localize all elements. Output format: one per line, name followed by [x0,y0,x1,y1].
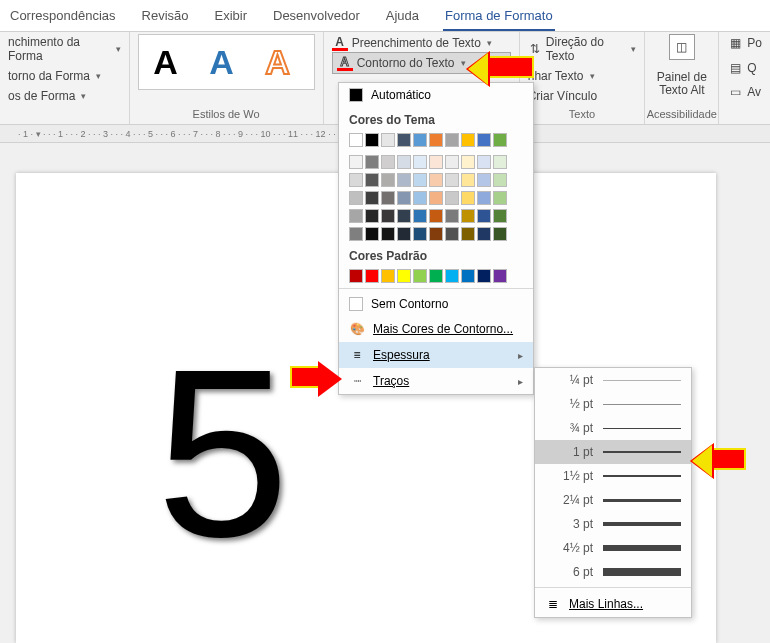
shape-effects-button[interactable]: os de Forma▾ [8,88,121,104]
more-outline-colors-item[interactable]: 🎨 Mais Cores de Contorno... [339,316,533,342]
color-swatch[interactable] [397,155,411,169]
color-swatch[interactable] [493,191,507,205]
color-swatch[interactable] [397,209,411,223]
color-swatch[interactable] [429,269,443,283]
color-swatch[interactable] [429,191,443,205]
dashes-item[interactable]: ┈ Traços ▸ [339,368,533,394]
color-swatch[interactable] [413,191,427,205]
tab-shape-format[interactable]: Forma de Formato [443,4,555,31]
weight-1pt[interactable]: 1 pt [535,440,691,464]
color-swatch[interactable] [397,227,411,241]
color-swatch[interactable] [381,173,395,187]
wrap-button[interactable]: ▤Q [727,59,762,77]
color-swatch[interactable] [349,227,363,241]
color-swatch[interactable] [413,269,427,283]
color-swatch[interactable] [461,227,475,241]
weight-05pt[interactable]: ½ pt [535,392,691,416]
weight-025pt[interactable]: ¼ pt [535,368,691,392]
color-swatch[interactable] [477,227,491,241]
color-swatch[interactable] [365,227,379,241]
color-swatch[interactable] [493,173,507,187]
color-swatch[interactable] [493,155,507,169]
color-swatch[interactable] [381,269,395,283]
color-swatch[interactable] [365,173,379,187]
color-swatch[interactable] [365,133,379,147]
color-swatch[interactable] [461,209,475,223]
color-swatch[interactable] [381,227,395,241]
wordart-gallery[interactable]: A A A [138,34,315,90]
weight-6pt[interactable]: 6 pt [535,560,691,584]
color-swatch[interactable] [381,191,395,205]
color-swatch[interactable] [493,133,507,147]
weight-225pt[interactable]: 2¼ pt [535,488,691,512]
position-button[interactable]: ▦Po [727,34,762,52]
color-swatch[interactable] [445,209,459,223]
color-swatch[interactable] [461,155,475,169]
color-swatch[interactable] [413,173,427,187]
color-swatch[interactable] [445,173,459,187]
color-swatch[interactable] [429,173,443,187]
color-swatch[interactable] [445,133,459,147]
color-swatch[interactable] [397,269,411,283]
color-swatch[interactable] [493,269,507,283]
color-swatch[interactable] [413,155,427,169]
color-swatch[interactable] [397,133,411,147]
weight-3pt[interactable]: 3 pt [535,512,691,536]
color-swatch[interactable] [429,227,443,241]
color-swatch[interactable] [477,133,491,147]
color-swatch[interactable] [477,173,491,187]
weight-45pt[interactable]: 4½ pt [535,536,691,560]
align-text-button[interactable]: nhar Texto▾ [528,68,637,84]
more-lines-item[interactable]: ≣ Mais Linhas... [535,591,691,617]
tab-review[interactable]: Revisão [140,4,191,31]
color-swatch[interactable] [445,227,459,241]
color-swatch[interactable] [349,269,363,283]
wordart-style-1[interactable]: A [143,39,189,85]
color-swatch[interactable] [461,269,475,283]
color-swatch[interactable] [349,155,363,169]
no-outline-item[interactable]: Sem Contorno [339,292,533,316]
color-swatch[interactable] [461,173,475,187]
color-swatch[interactable] [445,155,459,169]
color-swatch[interactable] [477,209,491,223]
color-swatch[interactable] [445,269,459,283]
color-swatch[interactable] [413,227,427,241]
color-swatch[interactable] [381,133,395,147]
tab-developer[interactable]: Desenvolvedor [271,4,362,31]
color-swatch[interactable] [365,209,379,223]
color-swatch[interactable] [493,209,507,223]
color-swatch[interactable] [429,209,443,223]
color-swatch[interactable] [365,155,379,169]
tab-view[interactable]: Exibir [212,4,249,31]
wordart-style-3[interactable]: A [255,39,301,85]
color-swatch[interactable] [349,173,363,187]
tab-mailings[interactable]: Correspondências [8,4,118,31]
color-swatch[interactable] [461,191,475,205]
color-swatch[interactable] [365,269,379,283]
color-swatch[interactable] [429,155,443,169]
text-fill-button[interactable]: A Preenchimento de Texto▾ [332,34,511,52]
wordart-object[interactable]: 5 [156,333,289,573]
color-swatch[interactable] [397,173,411,187]
color-swatch[interactable] [477,155,491,169]
weight-item[interactable]: ≡ Espessura ▸ [339,342,533,368]
color-swatch[interactable] [429,133,443,147]
tab-help[interactable]: Ajuda [384,4,421,31]
color-swatch[interactable] [381,209,395,223]
alt-text-icon[interactable]: ◫ [669,34,695,60]
color-swatch[interactable] [477,191,491,205]
weight-075pt[interactable]: ¾ pt [535,416,691,440]
create-link-button[interactable]: Criar Vínculo [528,88,637,104]
wordart-style-2[interactable]: A [199,39,245,85]
color-swatch[interactable] [349,209,363,223]
forward-button[interactable]: ▭Av [727,83,762,101]
color-swatch[interactable] [413,209,427,223]
color-swatch[interactable] [365,191,379,205]
color-swatch[interactable] [493,227,507,241]
shape-outline-button[interactable]: torno da Forma▾ [8,68,121,84]
color-swatch[interactable] [397,191,411,205]
color-swatch[interactable] [349,191,363,205]
text-direction-button[interactable]: ⇅ Direção do Texto▾ [528,34,637,64]
color-swatch[interactable] [477,269,491,283]
color-swatch[interactable] [381,155,395,169]
